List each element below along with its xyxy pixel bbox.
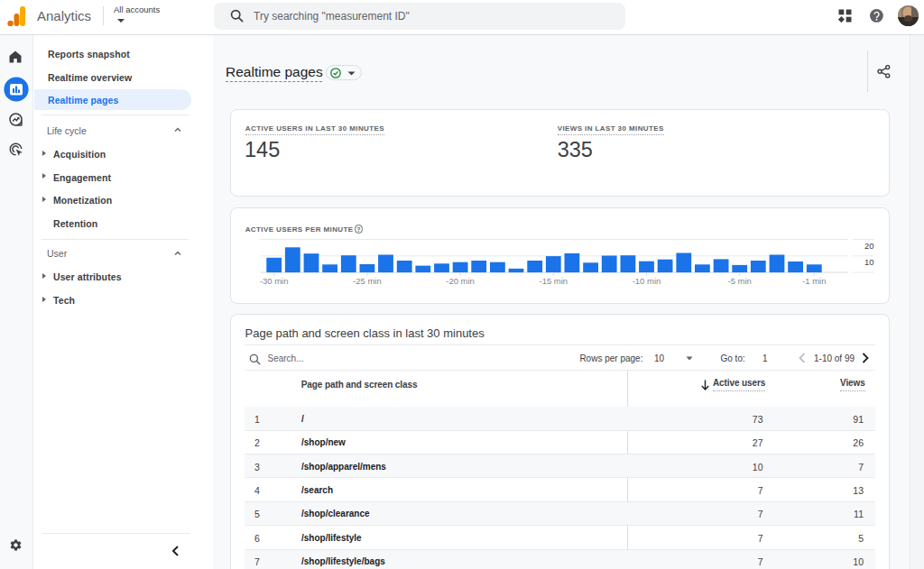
svg-text:-10 min: -10 min [632, 277, 661, 287]
svg-text:-25 min: -25 min [353, 277, 382, 287]
svg-text:-30 min: -30 min [259, 277, 288, 287]
svg-text:-15 min: -15 min [539, 277, 568, 287]
svg-text:20: 20 [864, 241, 873, 251]
svg-text:-5 min: -5 min [727, 277, 751, 287]
svg-text:-20 min: -20 min [446, 277, 475, 287]
svg-text:-1 min: -1 min [802, 277, 826, 287]
svg-text:10: 10 [864, 258, 873, 268]
